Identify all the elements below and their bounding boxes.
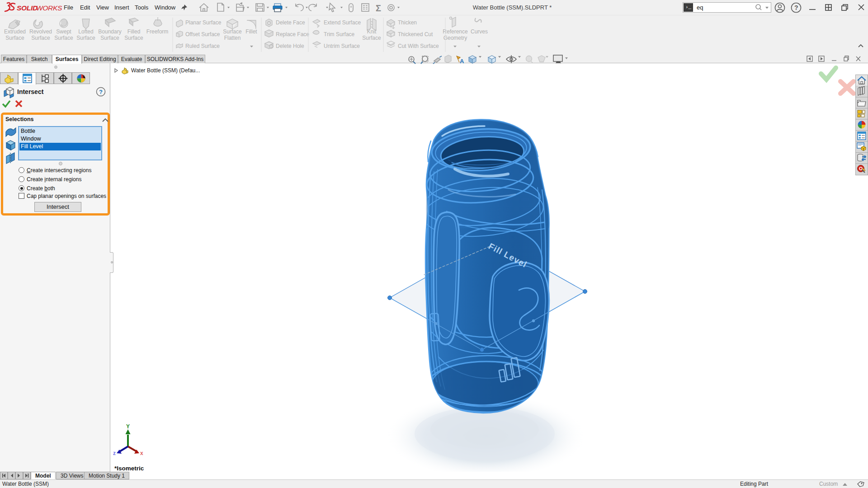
svg-text:?: ? bbox=[99, 89, 103, 95]
svg-text:A: A bbox=[460, 58, 464, 65]
